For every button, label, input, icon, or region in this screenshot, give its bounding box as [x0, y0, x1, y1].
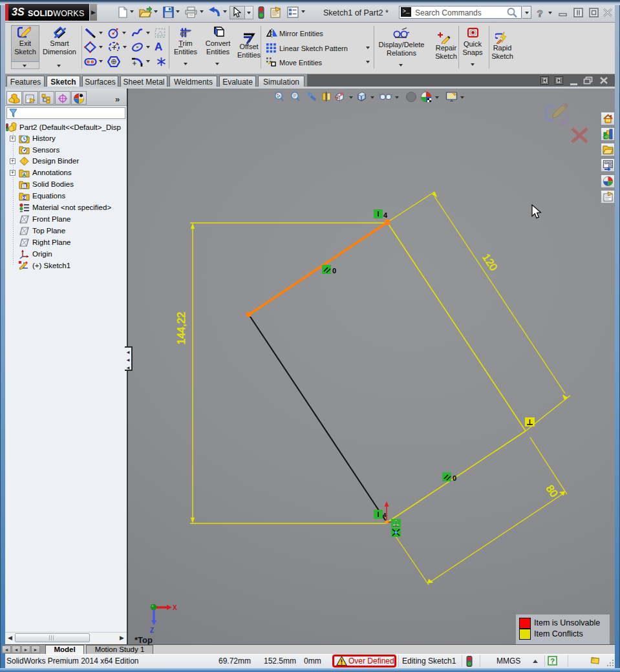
svg-text:Σ: Σ [23, 194, 26, 201]
svg-text:?: ? [537, 8, 542, 18]
svg-text:A: A [23, 172, 27, 178]
svg-text:?: ? [550, 657, 555, 665]
